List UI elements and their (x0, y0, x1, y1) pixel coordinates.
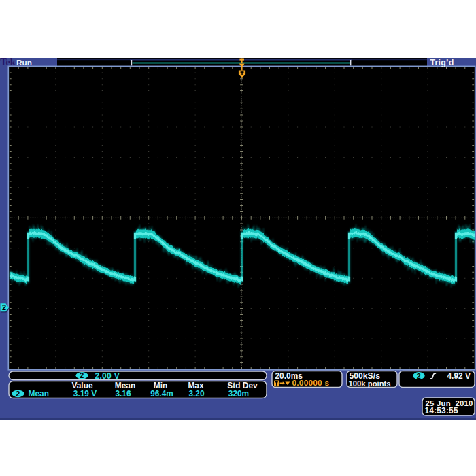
svg-text:100k points: 100k points (349, 379, 391, 388)
svg-text:320m: 320m (228, 389, 249, 398)
svg-text:Mean: Mean (29, 389, 49, 398)
svg-text:Trig’d: Trig’d (430, 58, 454, 67)
svg-text:14:53:55: 14:53:55 (425, 406, 458, 415)
svg-text:0.00000 s: 0.00000 s (292, 378, 330, 388)
svg-text:3.19 V: 3.19 V (73, 389, 97, 398)
svg-text:4.92 V: 4.92 V (447, 371, 471, 381)
svg-text:96.4m: 96.4m (150, 389, 173, 398)
svg-text:2: 2 (417, 372, 421, 380)
svg-text:3.16: 3.16 (115, 389, 131, 398)
svg-text:2: 2 (16, 390, 20, 398)
svg-text:3.20: 3.20 (188, 389, 205, 398)
svg-text:Run: Run (16, 58, 32, 67)
svg-text:2.00 V: 2.00 V (95, 371, 120, 381)
svg-text:Tek: Tek (1, 57, 16, 67)
svg-text:2: 2 (80, 371, 84, 379)
svg-text:2: 2 (2, 303, 6, 311)
